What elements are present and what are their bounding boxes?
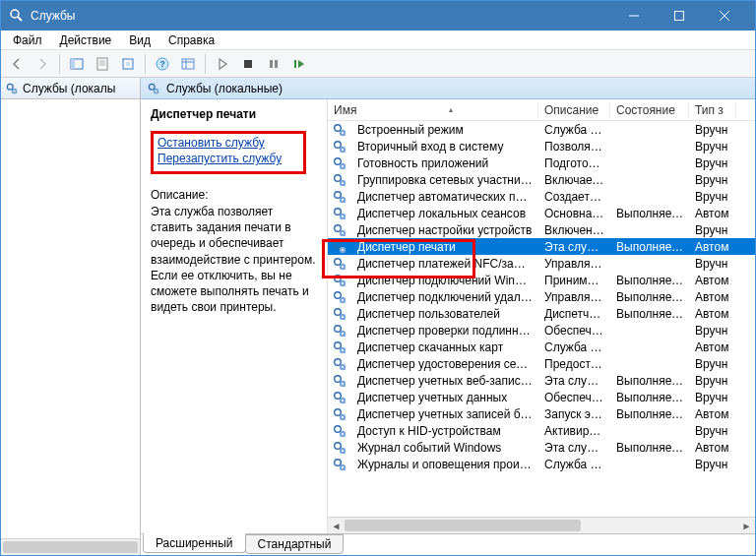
svg-rect-23: [270, 60, 273, 68]
restart-button[interactable]: [287, 53, 311, 75]
service-type: Автом: [689, 340, 736, 354]
service-name: Вторичный вход в систему: [351, 140, 538, 154]
menu-help[interactable]: Справка: [160, 31, 222, 49]
service-row[interactable]: Журнал событий WindowsЭта служб...Выполн…: [328, 439, 755, 456]
service-row[interactable]: Диспетчер удостоверения сетевых уч...Пре…: [328, 355, 755, 372]
stop-button[interactable]: [236, 53, 260, 75]
service-icon: [332, 139, 347, 154]
service-name: Диспетчер локальных сеансов: [351, 207, 538, 220]
service-type: Вручн: [689, 257, 736, 271]
tree-panel: Службы (локалы: [1, 78, 141, 555]
back-button[interactable]: [5, 53, 29, 75]
service-icon: [332, 373, 347, 389]
scroll-right-icon[interactable]: ►: [738, 518, 755, 534]
service-name: Доступ к HID-устройствам: [351, 424, 538, 438]
column-type[interactable]: Тип з: [689, 103, 736, 117]
service-row[interactable]: Диспетчер печатиЭта служб...ВыполняетсяА…: [328, 238, 755, 255]
help-button[interactable]: ?: [151, 53, 174, 75]
service-icon: [332, 239, 347, 255]
service-row[interactable]: Диспетчер проверки подлинности X...Обесп…: [328, 322, 755, 339]
service-desc: Активируе...: [538, 424, 610, 438]
service-icon: [332, 289, 347, 305]
service-row[interactable]: Вторичный вход в системуПозволяет...Вруч…: [328, 138, 755, 154]
service-type: Вручн: [689, 424, 736, 438]
export-button[interactable]: [116, 53, 140, 75]
service-desc: Позволяет...: [538, 140, 610, 154]
service-type: Автом: [689, 407, 736, 421]
service-row[interactable]: Диспетчер автоматических подключ...Созда…: [328, 188, 755, 205]
maximize-button[interactable]: [657, 1, 702, 31]
service-desc: Предостав...: [538, 357, 610, 371]
pane-title: Службы (локальные): [166, 82, 283, 95]
service-icon: [332, 122, 347, 138]
service-desc: Эта служб...: [538, 240, 610, 254]
service-name: Диспетчер подключений Windows: [351, 274, 538, 287]
service-desc: Обеспечи...: [538, 324, 610, 338]
column-headers: Имя▴ Описание Состояние Тип з: [328, 99, 755, 121]
service-name: Диспетчер удостоверения сетевых уч...: [351, 357, 538, 371]
service-icon: [332, 340, 347, 355]
service-desc: Управляет...: [538, 290, 610, 304]
svg-point-4: [11, 10, 19, 18]
menu-action[interactable]: Действие: [52, 31, 120, 49]
service-state: Выполняется: [610, 274, 689, 287]
service-desc: Служба W...: [538, 340, 610, 354]
tab-extended[interactable]: Расширенный: [143, 533, 246, 553]
service-row[interactable]: Диспетчер учетных веб-записейЭта служб..…: [328, 372, 755, 389]
service-row[interactable]: Диспетчер подключений WindowsПринимае...…: [328, 272, 755, 288]
restart-service-link[interactable]: Перезапустить службу: [158, 152, 299, 165]
service-name: Группировка сетевых участников: [351, 173, 538, 187]
column-desc[interactable]: Описание: [538, 103, 610, 117]
service-row[interactable]: Журналы и оповещения производите...Служб…: [328, 456, 755, 472]
service-row[interactable]: Диспетчер локальных сеансовОсновная ...В…: [328, 205, 755, 221]
menu-file[interactable]: Файл: [5, 31, 50, 49]
service-desc: Служба ж...: [538, 458, 610, 471]
properties-button[interactable]: [91, 53, 114, 75]
service-row[interactable]: Доступ к HID-устройствамАктивируе...Вруч…: [328, 422, 755, 439]
stop-service-link[interactable]: Остановить службу: [158, 136, 299, 150]
service-row[interactable]: Диспетчер платежей NFC/защище...Управляе…: [328, 255, 755, 272]
list-view-button[interactable]: [176, 53, 200, 75]
forward-button[interactable]: [31, 53, 54, 75]
start-button[interactable]: [211, 53, 234, 75]
list-hscrollbar[interactable]: ◄ ►: [328, 517, 755, 533]
service-name: Диспетчер автоматических подключ...: [351, 190, 538, 204]
close-button[interactable]: [702, 1, 747, 31]
svg-rect-7: [675, 12, 684, 21]
service-icon: [332, 273, 347, 288]
service-row[interactable]: Диспетчер скачанных картСлужба W...Автом: [328, 339, 755, 355]
service-state: Выполняется: [610, 391, 689, 404]
scroll-left-icon[interactable]: ◄: [328, 518, 345, 534]
service-row[interactable]: Диспетчер пользователейДиспетчер...Выпол…: [328, 305, 755, 322]
detail-heading: Диспетчер печати: [151, 107, 317, 121]
service-icon: [332, 390, 347, 405]
service-row[interactable]: Диспетчер настройки устройствВключени...…: [328, 221, 755, 238]
svg-rect-11: [71, 59, 75, 69]
show-hide-button[interactable]: [65, 53, 89, 75]
services-icon: [9, 8, 25, 24]
svg-rect-25: [294, 60, 296, 68]
service-icon: [332, 306, 347, 322]
service-row[interactable]: Диспетчер учетных данныхОбеспечи...Выпол…: [328, 389, 755, 405]
svg-line-5: [18, 17, 22, 21]
column-state[interactable]: Состояние: [610, 103, 689, 117]
tree-root-label: Службы (локалы: [23, 82, 115, 95]
service-desc: Подготовк...: [538, 156, 610, 170]
service-row[interactable]: Диспетчер учетных записей безопасн...Зап…: [328, 405, 755, 422]
service-type: Вручн: [689, 190, 736, 204]
tree-hscrollbar[interactable]: [1, 538, 140, 555]
service-row[interactable]: Группировка сетевых участниковВключает..…: [328, 171, 755, 188]
tab-standard[interactable]: Стандартный: [245, 534, 345, 554]
tree-root[interactable]: Службы (локалы: [1, 78, 140, 99]
service-row[interactable]: Диспетчер подключений удаленного...Управ…: [328, 288, 755, 305]
minimize-button[interactable]: [611, 1, 657, 31]
menu-view[interactable]: Вид: [121, 31, 158, 49]
service-desc: Обеспечи...: [538, 391, 610, 404]
service-desc: Управляет...: [538, 257, 610, 271]
service-row[interactable]: Готовность приложенийПодготовк...Вручн: [328, 154, 755, 171]
service-row[interactable]: Встроенный режимСлужба "В...Вручн: [328, 121, 755, 138]
column-name[interactable]: Имя▴: [328, 103, 538, 117]
pause-button[interactable]: [262, 53, 285, 75]
service-name: Журналы и оповещения производите...: [351, 458, 538, 471]
service-type: Вручн: [689, 223, 736, 237]
